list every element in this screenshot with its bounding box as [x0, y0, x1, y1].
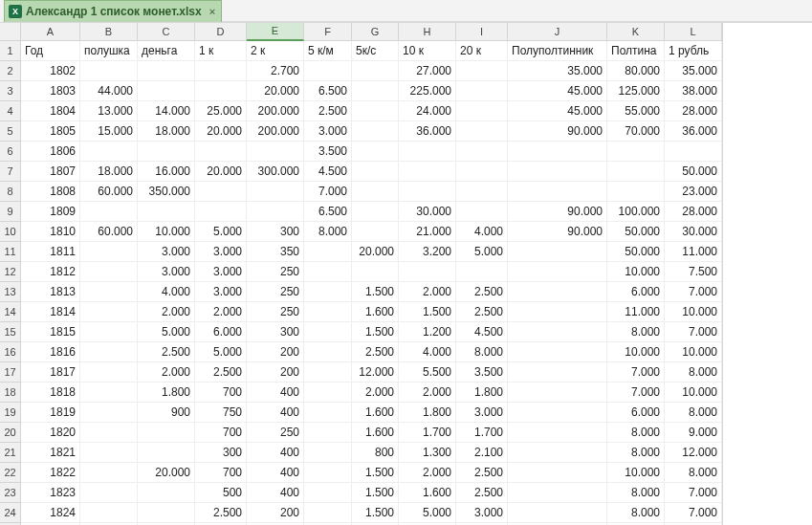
cell[interactable]: [399, 182, 456, 202]
cell[interactable]: 1806: [21, 142, 80, 162]
column-header[interactable]: H: [399, 23, 456, 41]
cell[interactable]: 6.000: [607, 403, 665, 423]
cell[interactable]: [456, 262, 508, 282]
cell[interactable]: [508, 342, 607, 362]
cell[interactable]: 6.500: [304, 202, 352, 222]
row-header[interactable]: 2: [0, 61, 21, 81]
cell[interactable]: [304, 342, 352, 362]
cell[interactable]: [399, 262, 456, 282]
cell[interactable]: [352, 162, 399, 182]
cell[interactable]: [456, 121, 508, 142]
column-header[interactable]: E: [247, 23, 304, 41]
cell[interactable]: 18.000: [80, 162, 138, 182]
cell[interactable]: 2.000: [138, 362, 195, 383]
cell[interactable]: 300: [247, 322, 304, 342]
column-header[interactable]: L: [665, 23, 722, 41]
cell[interactable]: [304, 302, 352, 322]
cell[interactable]: [138, 202, 195, 222]
cell[interactable]: 2.000: [399, 463, 456, 483]
column-header[interactable]: D: [195, 23, 247, 41]
cell[interactable]: 800: [352, 443, 399, 463]
cell[interactable]: 10.000: [607, 463, 665, 483]
row-header[interactable]: 21: [0, 443, 21, 463]
cell[interactable]: [352, 121, 399, 142]
cell[interactable]: 9.000: [665, 423, 722, 443]
cell[interactable]: 1.700: [456, 423, 508, 443]
cell[interactable]: 3.000: [456, 403, 508, 423]
cell[interactable]: [247, 142, 304, 162]
cell[interactable]: 8.000: [304, 222, 352, 242]
cell[interactable]: 4.000: [399, 342, 456, 362]
cell[interactable]: [508, 483, 607, 503]
cell[interactable]: 300: [247, 222, 304, 242]
cell[interactable]: 4.000: [456, 222, 508, 242]
cell[interactable]: [195, 202, 247, 222]
cell[interactable]: [352, 202, 399, 222]
cell[interactable]: 1824: [21, 503, 80, 523]
cell[interactable]: 1803: [21, 81, 80, 101]
cell[interactable]: [138, 423, 195, 443]
cell[interactable]: 20.000: [247, 81, 304, 101]
cell[interactable]: 1823: [21, 483, 80, 503]
cell[interactable]: [247, 182, 304, 202]
cell[interactable]: 27.000: [399, 61, 456, 81]
cell[interactable]: 2.000: [138, 302, 195, 322]
cell[interactable]: 7.000: [607, 362, 665, 383]
cell[interactable]: 6.000: [195, 322, 247, 342]
cell[interactable]: [508, 503, 607, 523]
column-header[interactable]: G: [352, 23, 399, 41]
cell[interactable]: 10.000: [607, 262, 665, 282]
cell[interactable]: 70.000: [607, 121, 665, 142]
cell[interactable]: [508, 443, 607, 463]
row-header[interactable]: 1: [0, 41, 21, 61]
cell[interactable]: 1822: [21, 463, 80, 483]
column-header[interactable]: J: [508, 23, 607, 41]
cell[interactable]: [508, 322, 607, 342]
cell[interactable]: 30.000: [665, 222, 722, 242]
cell[interactable]: 80.000: [607, 61, 665, 81]
cell[interactable]: 5.000: [195, 342, 247, 362]
cell[interactable]: 1.200: [399, 322, 456, 342]
cell[interactable]: 1804: [21, 101, 80, 121]
cell[interactable]: [607, 142, 665, 162]
cell[interactable]: [304, 443, 352, 463]
cell[interactable]: 8.000: [456, 342, 508, 362]
cell[interactable]: 1.800: [456, 383, 508, 403]
cell[interactable]: [195, 61, 247, 81]
cell[interactable]: 4.500: [304, 162, 352, 182]
cell[interactable]: 200.000: [247, 121, 304, 142]
cell[interactable]: 1.500: [352, 282, 399, 302]
cell[interactable]: 5к/с: [352, 41, 399, 61]
cell[interactable]: 6.500: [304, 81, 352, 101]
cell[interactable]: 3.200: [399, 242, 456, 262]
cell[interactable]: [304, 483, 352, 503]
cell[interactable]: 1.600: [352, 403, 399, 423]
cell[interactable]: [138, 503, 195, 523]
cell[interactable]: 90.000: [508, 222, 607, 242]
cell[interactable]: 38.000: [665, 81, 722, 101]
cell[interactable]: 1 рубль: [665, 41, 722, 61]
cell[interactable]: 225.000: [399, 81, 456, 101]
cell[interactable]: 1821: [21, 443, 80, 463]
cell[interactable]: 400: [247, 383, 304, 403]
cell[interactable]: 200.000: [247, 101, 304, 121]
cell[interactable]: 5.000: [456, 242, 508, 262]
cell[interactable]: 1807: [21, 162, 80, 182]
cell[interactable]: Полуполтинник: [508, 41, 607, 61]
cell[interactable]: 11.000: [665, 242, 722, 262]
cell[interactable]: 700: [195, 463, 247, 483]
cell[interactable]: 1818: [21, 383, 80, 403]
cell[interactable]: [80, 423, 138, 443]
cell[interactable]: 400: [247, 443, 304, 463]
cell[interactable]: 5.000: [399, 503, 456, 523]
column-header[interactable]: B: [80, 23, 138, 41]
row-header[interactable]: 7: [0, 162, 21, 182]
cell[interactable]: 8.000: [665, 403, 722, 423]
cell[interactable]: [195, 142, 247, 162]
cell[interactable]: [399, 142, 456, 162]
cell[interactable]: 20.000: [138, 463, 195, 483]
row-header[interactable]: 10: [0, 222, 21, 242]
cell[interactable]: 2.500: [195, 503, 247, 523]
cell[interactable]: 250: [247, 282, 304, 302]
column-header[interactable]: F: [304, 23, 352, 41]
